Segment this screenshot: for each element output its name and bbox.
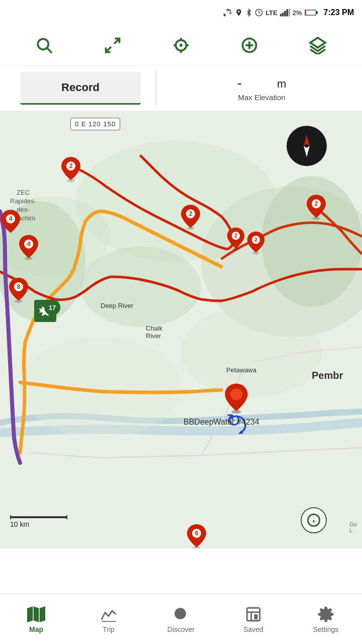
- nav-item-discover[interactable]: Discover: [151, 605, 211, 633]
- map-icon: [27, 606, 45, 622]
- recycle-icon: [223, 8, 232, 17]
- status-bar: LTE 2% 7:23 PM: [0, 0, 362, 25]
- marker-2-mid-right: 2: [246, 230, 265, 255]
- layers-button[interactable]: [305, 33, 330, 58]
- plus-icon: [240, 36, 258, 54]
- svg-text:6: 6: [195, 530, 199, 537]
- nav-item-trip[interactable]: Trip: [78, 605, 139, 633]
- discover-nav-icon: [172, 605, 190, 623]
- marker-4-bottom: 4: [18, 234, 39, 260]
- marker-6: 6: [186, 523, 207, 548]
- map-nav-icon: [27, 605, 45, 623]
- status-icons: LTE 2%: [223, 8, 317, 17]
- svg-line-71: [185, 617, 188, 620]
- svg-text:2: 2: [315, 200, 318, 207]
- svg-text:2: 2: [69, 163, 73, 170]
- scale-ruler: 10 km: [10, 515, 67, 528]
- battery-level: 2%: [293, 9, 302, 17]
- record-row: Record - m Max Elevation: [0, 65, 362, 111]
- deep-river-label: Deep River: [101, 302, 133, 309]
- discover-nav-label: Discover: [167, 625, 195, 633]
- bbdeep-label: BBDeepWater #4234: [184, 418, 259, 427]
- svg-text:8: 8: [17, 283, 21, 290]
- saved-nav-icon: [244, 605, 262, 623]
- signal-icon: [280, 9, 290, 17]
- svg-rect-75: [254, 614, 257, 619]
- discover-icon: [172, 606, 190, 623]
- map-area[interactable]: 0 E 120 150 ZEC Rapides- des- Joachim 2 …: [0, 111, 362, 548]
- svg-point-62: [230, 388, 242, 400]
- svg-rect-7: [316, 11, 317, 14]
- marker-8: 8: [8, 277, 29, 303]
- route-17-badge: 17: [44, 299, 60, 315]
- svg-text:4: 4: [27, 240, 31, 248]
- svg-rect-6: [305, 10, 316, 15]
- svg-point-9: [38, 39, 48, 49]
- elevation-label: Max Elevation: [238, 93, 285, 102]
- expand-icon: [104, 36, 122, 54]
- saved-nav-label: Saved: [243, 625, 263, 633]
- settings-nav-label: Settings: [313, 625, 339, 633]
- info-button[interactable]: [301, 507, 327, 533]
- svg-rect-72: [247, 608, 260, 621]
- expand-button[interactable]: [100, 33, 125, 58]
- time-display: 7:23 PM: [324, 8, 354, 17]
- svg-rect-3: [284, 11, 286, 17]
- svg-point-14: [179, 44, 183, 47]
- marker-2-right: 2: [306, 194, 327, 220]
- info-icon: [307, 513, 321, 527]
- svg-text:2: 2: [189, 210, 193, 217]
- route-17-label: 17: [49, 304, 56, 311]
- search-button[interactable]: [32, 33, 57, 58]
- nav-item-saved[interactable]: Saved: [223, 605, 284, 633]
- svg-rect-1: [280, 14, 282, 17]
- marker-2-center: 2: [226, 226, 245, 251]
- marker-4-left: 4: [0, 209, 21, 235]
- trip-icon: [100, 606, 118, 622]
- add-button[interactable]: [237, 33, 262, 58]
- svg-point-27: [20, 337, 181, 438]
- location-icon: [235, 9, 243, 17]
- trip-nav-label: Trip: [103, 625, 115, 633]
- nav-item-map[interactable]: Map: [6, 605, 66, 633]
- svg-line-10: [47, 48, 52, 53]
- locate-button[interactable]: [168, 33, 194, 58]
- map-nav-label: Map: [29, 625, 43, 633]
- lte-label: LTE: [265, 9, 278, 17]
- layers-icon: [309, 36, 327, 54]
- bottom-nav: Map Trip Discover: [0, 594, 362, 644]
- svg-text:4: 4: [9, 215, 13, 222]
- svg-point-30: [80, 247, 201, 327]
- locate-icon: [172, 36, 190, 54]
- map-svg: [0, 111, 362, 548]
- svg-text:2: 2: [254, 236, 257, 243]
- scale-label: 10 km: [10, 520, 67, 528]
- bbdeep-marker: [224, 382, 249, 414]
- elevation-value: -: [237, 75, 242, 91]
- marker-2-top: 2: [60, 156, 81, 182]
- search-icon: [35, 36, 53, 54]
- top-toolbar: [0, 25, 362, 65]
- elevation-unit: m: [277, 77, 286, 91]
- marker-2-mid: 2: [180, 204, 201, 230]
- compass: [287, 126, 327, 166]
- pembroke-label: Pembr: [312, 370, 343, 381]
- svg-rect-5: [288, 9, 290, 17]
- settings-nav-icon: [317, 605, 335, 623]
- elevation-panel: - m Max Elevation: [161, 75, 362, 102]
- nav-item-settings[interactable]: Settings: [296, 605, 356, 633]
- svg-text:2: 2: [234, 232, 237, 238]
- svg-rect-4: [286, 9, 288, 16]
- record-button[interactable]: Record: [20, 72, 141, 105]
- clock-icon: [255, 9, 263, 17]
- battery-icon: [305, 9, 318, 16]
- bluetooth-icon: [245, 9, 252, 17]
- map-ruler: 0 E 120 150: [70, 118, 120, 130]
- chalk-river-label: ChalkRiver: [146, 325, 162, 340]
- svg-point-70: [174, 608, 186, 619]
- record-button-wrap: Record: [0, 72, 151, 105]
- compass-icon: [292, 131, 322, 161]
- saved-icon: [245, 606, 262, 623]
- svg-marker-22: [310, 38, 325, 48]
- trip-nav-icon: [100, 605, 118, 623]
